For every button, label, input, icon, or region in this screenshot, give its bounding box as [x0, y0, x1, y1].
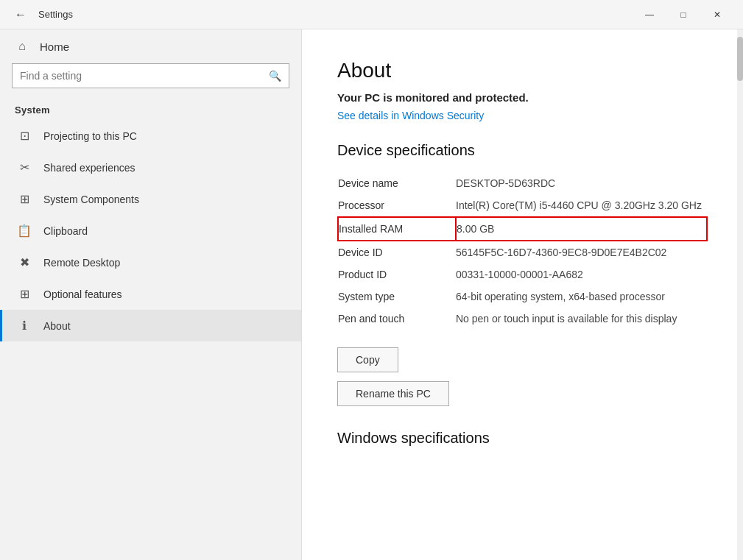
- table-row: ProcessorIntel(R) Core(TM) i5-4460 CPU @…: [338, 194, 707, 217]
- system-components-icon: ⊞: [17, 192, 32, 206]
- table-row: System type64-bit operating system, x64-…: [338, 286, 707, 308]
- sidebar-item-system-components[interactable]: ⊞ System Components: [0, 183, 301, 215]
- sidebar-item-about[interactable]: ℹ About: [0, 310, 301, 341]
- spec-label: Device ID: [338, 241, 456, 263]
- search-input[interactable]: [20, 70, 263, 82]
- table-row: Device ID56145F5C-16D7-4360-9EC8-9D0E7E4…: [338, 241, 707, 263]
- content-area: About Your PC is monitored and protected…: [302, 29, 743, 560]
- minimize-button[interactable]: —: [633, 0, 666, 29]
- device-specs-table: Device nameDESKTOP-5D63RDCProcessorIntel…: [337, 172, 708, 330]
- search-container: 🔍: [12, 63, 289, 88]
- remote-desktop-icon: ✖: [17, 255, 32, 269]
- spec-label: Pen and touch: [338, 308, 456, 330]
- spec-value: No pen or touch input is available for t…: [456, 308, 707, 330]
- spec-value: Intel(R) Core(TM) i5-4460 CPU @ 3.20GHz …: [456, 194, 707, 217]
- sidebar-item-clipboard[interactable]: 📋 Clipboard: [0, 215, 301, 247]
- shared-icon: ✂: [17, 160, 32, 174]
- titlebar: ← Settings — □ ✕: [0, 0, 743, 29]
- spec-value: 56145F5C-16D7-4360-9EC8-9D0E7E4B2C02: [456, 241, 707, 263]
- sidebar-item-label-clipboard: Clipboard: [43, 225, 88, 237]
- projecting-icon: ⊡: [17, 129, 32, 143]
- spec-value: 00331-10000-00001-AA682: [456, 263, 707, 286]
- spec-label: System type: [338, 286, 456, 308]
- rename-button[interactable]: Rename this PC: [337, 381, 449, 406]
- about-icon: ℹ: [17, 319, 32, 333]
- window-title: Settings: [38, 9, 633, 20]
- scrollbar-thumb[interactable]: [737, 37, 743, 81]
- window-controls: — □ ✕: [633, 0, 734, 29]
- table-row: Installed RAM8.00 GB: [338, 217, 707, 241]
- sidebar-item-label-system-components: System Components: [43, 194, 139, 205]
- table-row: Product ID00331-10000-00001-AA682: [338, 263, 707, 286]
- sidebar-item-projecting[interactable]: ⊡ Projecting to this PC: [0, 120, 301, 152]
- search-icon: 🔍: [269, 70, 281, 82]
- protection-text: Your PC is monitored and protected.: [337, 91, 708, 104]
- sidebar-item-label-about: About: [43, 320, 71, 332]
- sidebar-item-shared[interactable]: ✂ Shared experiences: [0, 152, 301, 183]
- copy-button-container: Copy: [337, 347, 708, 381]
- sidebar-item-label-projecting: Projecting to this PC: [43, 130, 137, 142]
- sidebar-item-optional-features[interactable]: ⊞ Optional features: [0, 278, 301, 310]
- device-specs-heading: Device specifications: [337, 142, 708, 159]
- back-icon: ←: [15, 8, 27, 21]
- security-link[interactable]: See details in Windows Security: [337, 110, 708, 121]
- table-row: Device nameDESKTOP-5D63RDC: [338, 172, 707, 194]
- sidebar-item-home[interactable]: ⌂ Home: [0, 29, 301, 63]
- page-title: About: [337, 59, 708, 82]
- maximize-button[interactable]: □: [666, 0, 700, 29]
- home-icon: ⌂: [15, 40, 29, 53]
- spec-value: 8.00 GB: [456, 217, 707, 241]
- clipboard-icon: 📋: [17, 224, 32, 238]
- maximize-icon: □: [680, 10, 686, 20]
- minimize-icon: —: [645, 10, 654, 20]
- sidebar-section-system: System: [0, 97, 301, 120]
- table-row: Pen and touchNo pen or touch input is av…: [338, 308, 707, 330]
- main-layout: ⌂ Home 🔍 System ⊡ Projecting to this PC …: [0, 29, 743, 560]
- spec-label: Installed RAM: [338, 217, 456, 241]
- sidebar-item-label-remote-desktop: Remote Desktop: [43, 257, 120, 269]
- settings-window: ← Settings — □ ✕ ⌂ Home 🔍: [0, 0, 743, 560]
- sidebar: ⌂ Home 🔍 System ⊡ Projecting to this PC …: [0, 29, 302, 560]
- spec-value: 64-bit operating system, x64-based proce…: [456, 286, 707, 308]
- optional-features-icon: ⊞: [17, 287, 32, 301]
- windows-specs-heading: Windows specifications: [337, 430, 708, 447]
- spec-label: Device name: [338, 172, 456, 194]
- spec-label: Product ID: [338, 263, 456, 286]
- close-icon: ✕: [714, 10, 721, 20]
- sidebar-home-label: Home: [40, 40, 69, 53]
- copy-button[interactable]: Copy: [337, 347, 398, 372]
- close-button[interactable]: ✕: [700, 0, 734, 29]
- spec-label: Processor: [338, 194, 456, 217]
- sidebar-item-remote-desktop[interactable]: ✖ Remote Desktop: [0, 247, 301, 278]
- sidebar-item-label-shared: Shared experiences: [43, 162, 135, 174]
- scrollbar[interactable]: [737, 29, 743, 560]
- back-button[interactable]: ←: [9, 3, 32, 26]
- sidebar-item-label-optional-features: Optional features: [43, 288, 122, 300]
- spec-value: DESKTOP-5D63RDC: [456, 172, 707, 194]
- rename-button-container: Rename this PC: [337, 381, 708, 415]
